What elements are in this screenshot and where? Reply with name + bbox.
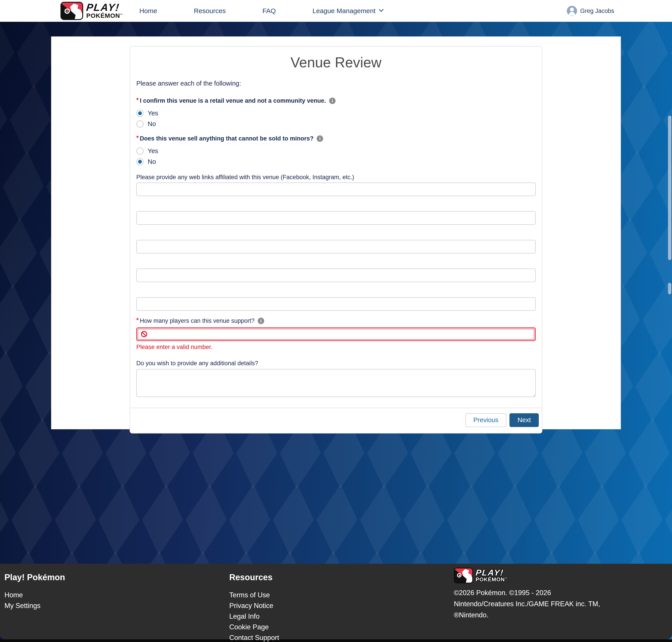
footer-column-legal: PLAY! POKÉMON™ ©2026 Pokémon. ©1995 - 20… (454, 567, 600, 621)
radio-option-retail-yes: Yes (136, 110, 536, 117)
page-bottom-strip (0, 639, 672, 642)
site-footer: Play! Pokémon Home My Settings Resources… (0, 564, 672, 639)
pokemon-trainer-badge-icon (61, 2, 83, 20)
nav-item-resources[interactable]: Resources (194, 7, 226, 15)
weblink-input-4[interactable] (136, 269, 536, 282)
trademark-symbol: ™ (120, 13, 123, 16)
logo-pokemon-text: POKÉMON™ (86, 12, 123, 19)
validation-error-message: Please enter a valid number. (136, 344, 536, 350)
player-capacity-field-wrap (136, 328, 536, 341)
radio-label: Yes (148, 110, 158, 117)
radio-option-minors-yes: Yes (136, 147, 536, 155)
copyright-line: Nintendo/Creatures Inc./GAME FREAK inc. … (454, 599, 600, 609)
content-panel: Venue Review Please answer each of the f… (51, 37, 621, 429)
weblink-input-5[interactable] (136, 297, 536, 311)
footer-link-privacy-notice[interactable]: Privacy Notice (229, 601, 279, 611)
user-menu[interactable]: Greg Jacobs (567, 0, 614, 22)
copyright-text: ©2026 Pokémon. ©1995 - 2026 Nintendo/Cre… (454, 587, 600, 621)
required-asterisk: * (136, 134, 139, 141)
footer-link-home[interactable]: Home (4, 590, 65, 601)
chevron-down-icon (379, 7, 384, 12)
user-name: Greg Jacobs (580, 8, 614, 14)
pokeball-icon (64, 9, 70, 14)
page: PLAY! POKÉMON™ Home Resources FAQ League… (0, 0, 672, 642)
info-icon[interactable]: i (329, 98, 335, 104)
copyright-line: ©2026 Pokémon. ©1995 - 2026 (454, 587, 600, 599)
additional-details-label: Do you wish to provide any additional de… (136, 360, 536, 367)
info-icon[interactable]: i (258, 318, 264, 324)
info-icon[interactable]: i (317, 136, 323, 142)
question-retail-venue: * I confirm this venue is a retail venue… (136, 98, 536, 104)
logo-play-text: PLAY! (475, 569, 508, 577)
footer-link-contact-support[interactable]: Contact Support (229, 632, 279, 642)
nav-item-home[interactable]: Home (139, 7, 157, 15)
logo-play-text: PLAY! (86, 3, 124, 12)
player-capacity-input[interactable] (136, 328, 536, 341)
radio-button-minors-no[interactable] (136, 158, 144, 165)
footer-link-cookie-page[interactable]: Cookie Page (229, 622, 279, 632)
radio-button-retail-yes[interactable] (136, 110, 144, 117)
venue-review-form: Venue Review Please answer each of the f… (130, 54, 542, 397)
form-footer-actions: Previous Next (130, 408, 542, 433)
radio-label: No (148, 158, 156, 165)
main-nav: Home Resources FAQ League Management (139, 7, 383, 15)
radio-option-retail-no: No (136, 120, 536, 128)
logo-pokemon-text: POKÉMON™ (476, 577, 508, 582)
pokemon-trainer-badge-icon (454, 568, 473, 583)
trainer-silhouette-icon (70, 3, 83, 20)
scrollbar-thumb[interactable] (668, 116, 671, 260)
question-player-capacity: * How many players can this venue suppor… (136, 318, 536, 324)
scrollbar-thumb-fragment[interactable] (668, 283, 671, 294)
top-nav-bar: PLAY! POKÉMON™ Home Resources FAQ League… (0, 0, 672, 22)
trademark-symbol: ™ (505, 577, 508, 580)
page-title: Venue Review (136, 54, 536, 71)
footer-heading: Resources (229, 573, 279, 582)
weblinks-label: Please provide any web links affiliated … (136, 174, 536, 181)
radio-button-minors-yes[interactable] (136, 147, 144, 155)
trainer-silhouette-icon (462, 569, 473, 583)
play-pokemon-logo[interactable]: PLAY! POKÉMON™ (61, 2, 123, 20)
next-button[interactable]: Next (509, 413, 539, 427)
radio-option-minors-no: No (136, 158, 536, 165)
footer-heading: Play! Pokémon (4, 573, 65, 582)
footer-link-terms-of-use[interactable]: Terms of Use (229, 590, 279, 601)
copyright-line: ®Nintendo. (454, 609, 600, 621)
previous-button[interactable]: Previous (466, 413, 507, 427)
radio-label: Yes (148, 147, 158, 155)
footer-link-legal-info[interactable]: Legal Info (229, 611, 279, 622)
logo-text: PLAY! POKÉMON™ (476, 569, 508, 582)
additional-details-textarea[interactable] (136, 369, 536, 397)
pokeball-icon (457, 573, 461, 578)
required-asterisk: * (136, 97, 139, 104)
user-avatar-icon (567, 6, 577, 16)
footer-play-pokemon-logo: PLAY! POKÉMON™ (454, 567, 600, 584)
form-intro-text: Please answer each of the following: (136, 80, 536, 87)
nav-item-league-management[interactable]: League Management (313, 7, 383, 15)
required-asterisk: * (136, 317, 139, 324)
question-sold-to-minors: * Does this venue sell anything that can… (136, 135, 536, 142)
footer-column-play-pokemon: Play! Pokémon Home My Settings (4, 573, 65, 611)
nav-item-faq[interactable]: FAQ (262, 7, 276, 15)
weblink-input-3[interactable] (136, 240, 536, 254)
radio-button-retail-no[interactable] (136, 120, 144, 128)
venue-review-card: Venue Review Please answer each of the f… (130, 46, 542, 434)
logo-text: PLAY! POKÉMON™ (86, 3, 123, 19)
radio-label: No (148, 120, 156, 128)
weblink-input-2[interactable] (136, 211, 536, 225)
footer-column-resources: Resources Terms of Use Privacy Notice Le… (229, 573, 279, 642)
footer-link-my-settings[interactable]: My Settings (4, 601, 65, 611)
weblink-input-1[interactable] (136, 182, 536, 196)
